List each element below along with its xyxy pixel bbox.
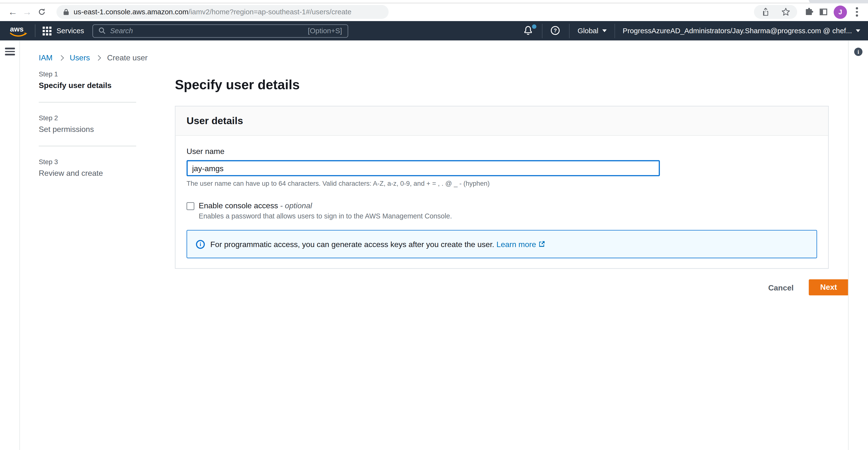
aws-search-input[interactable] [110, 27, 304, 35]
step-label: Set permissions [39, 124, 136, 134]
info-alert: i For programmatic access, you can gener… [186, 230, 817, 258]
breadcrumb: IAM Users Create user [20, 40, 848, 62]
step-label: Review and create [39, 169, 136, 177]
nav-separator [569, 24, 569, 38]
wizard-main-panel: Specify user details User details User n… [175, 70, 829, 269]
star-icon [781, 7, 790, 17]
breadcrumb-users[interactable]: Users [70, 53, 90, 62]
window-top-strip [0, 0, 868, 3]
help-icon: ? [551, 25, 560, 35]
step-number: Step 3 [39, 158, 136, 166]
console-access-row: Enable console access - optional [186, 201, 817, 210]
card-title: User details [186, 115, 817, 127]
browser-actions: J [754, 5, 862, 19]
aws-logo[interactable]: aws [9, 24, 28, 37]
step-divider [39, 146, 136, 146]
wizard-step-1[interactable]: Step 1 Specify user details [39, 70, 136, 90]
url-path: /iamv2/home?region=ap-southeast-1#/users… [188, 8, 351, 16]
browser-toolbar: ← → us-east-1.console.aws.amazon.com/iam… [0, 3, 868, 21]
aws-nav-right: ? Global ProgressAzureAD_Administrators/… [523, 24, 860, 38]
extensions-button[interactable] [802, 5, 816, 19]
browser-forward-button[interactable]: → [20, 5, 34, 19]
tab-strip-fragment [809, 0, 868, 3]
browser-profile-avatar[interactable]: J [834, 5, 847, 19]
next-button[interactable]: Next [809, 279, 848, 295]
left-rail [0, 40, 20, 450]
card-body: User name The user name can have up to 6… [176, 136, 828, 268]
card-header: User details [176, 107, 828, 136]
step-number: Step 2 [39, 114, 136, 122]
services-menu[interactable]: Services [56, 27, 84, 35]
nav-separator [614, 24, 615, 38]
screen: ← → us-east-1.console.aws.amazon.com/iam… [0, 0, 868, 450]
browser-chrome: ← → us-east-1.console.aws.amazon.com/iam… [0, 0, 868, 21]
alert-text: For programmatic access, you can generat… [211, 240, 494, 249]
username-label: User name [186, 147, 224, 156]
wizard-step-3[interactable]: Step 3 Review and create [39, 158, 136, 177]
breadcrumb-separator-icon [96, 55, 101, 60]
reload-icon [37, 8, 45, 16]
username-help-text: The user name can have up to 64 characte… [186, 180, 817, 188]
step-label: Specify user details [39, 81, 136, 90]
notification-dot [532, 24, 536, 28]
aws-logo-text: aws [10, 25, 24, 33]
bookmark-button[interactable] [778, 5, 793, 19]
svg-text:?: ? [554, 27, 557, 33]
nav-separator [542, 24, 542, 38]
external-link-icon [538, 241, 546, 248]
bell-icon [523, 25, 533, 35]
search-shortcut-hint: [Option+S] [308, 27, 342, 35]
info-icon: i [196, 240, 205, 249]
side-panel-button[interactable] [816, 5, 830, 19]
browser-menu-button[interactable] [851, 7, 862, 17]
address-bar[interactable]: us-east-1.console.aws.amazon.com/iamv2/h… [56, 5, 389, 19]
aws-search-box[interactable]: [Option+S] [92, 24, 348, 37]
share-bookmark-group [754, 5, 797, 19]
lock-icon [63, 8, 69, 16]
browser-back-button[interactable]: ← [6, 5, 20, 19]
notifications-button[interactable] [523, 25, 534, 36]
wizard-actions: Cancel Next [195, 279, 848, 295]
region-selector[interactable]: Global [578, 27, 598, 35]
console-access-label: Enable console access - optional [199, 201, 312, 210]
breadcrumb-separator-icon [58, 55, 64, 60]
chevron-down-icon [856, 29, 860, 32]
share-button[interactable] [758, 5, 773, 19]
console-access-checkbox[interactable] [186, 202, 194, 210]
url-domain: us-east-1.console.aws.amazon.com [73, 8, 188, 16]
step-divider [39, 102, 136, 103]
nav-divider [35, 25, 35, 37]
share-icon [761, 7, 770, 17]
aws-top-nav: aws Services [Option+S] [0, 21, 868, 40]
page-title: Specify user details [175, 77, 829, 93]
chevron-down-icon [602, 29, 607, 32]
right-rail: i [848, 40, 868, 450]
help-button[interactable]: ? [551, 25, 562, 36]
breadcrumb-current: Create user [107, 53, 148, 62]
learn-more-link[interactable]: Learn more [496, 240, 536, 249]
wizard-steps-nav: Step 1 Specify user details Step 2 Set p… [20, 70, 136, 269]
username-input[interactable] [186, 160, 660, 176]
side-panel-icon [818, 7, 828, 17]
sidebar-toggle-button[interactable] [5, 48, 15, 55]
info-panel-button[interactable]: i [854, 48, 862, 56]
breadcrumb-iam[interactable]: IAM [39, 53, 53, 62]
puzzle-icon [804, 7, 813, 17]
account-menu[interactable]: ProgressAzureAD_Administrators/Jay.Sharm… [623, 27, 852, 35]
wizard-step-2[interactable]: Step 2 Set permissions [39, 114, 136, 134]
browser-reload-button[interactable] [34, 5, 49, 19]
page-body: IAM Users Create user Step 1 Specify use… [0, 40, 868, 450]
wizard-layout: Step 1 Specify user details Step 2 Set p… [20, 70, 848, 269]
search-icon [99, 27, 106, 34]
url-text: us-east-1.console.aws.amazon.com/iamv2/h… [73, 8, 351, 16]
console-access-label-text: Enable console access [199, 201, 278, 210]
optional-label: - optional [280, 201, 312, 210]
main-content: IAM Users Create user Step 1 Specify use… [20, 40, 848, 450]
cancel-button[interactable]: Cancel [768, 283, 794, 292]
user-details-card: User details User name The user name can… [175, 106, 829, 269]
services-grid-icon[interactable] [42, 26, 52, 35]
step-number: Step 1 [39, 70, 136, 78]
console-access-help-text: Enables a password that allows users to … [199, 212, 817, 220]
